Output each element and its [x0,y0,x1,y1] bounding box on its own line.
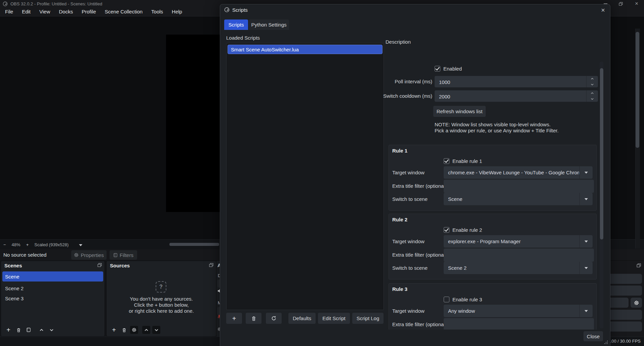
controls-popout-icon[interactable] [637,263,641,267]
refresh-windows-list-button[interactable]: Refresh windows list [433,106,486,117]
switch-cooldown-spinner[interactable] [586,90,598,102]
enable-rule-1-row[interactable]: Enable rule 1 [444,158,482,164]
remove-source-button[interactable] [120,326,128,334]
poll-interval-input[interactable] [435,76,590,88]
properties-button[interactable]: Properties [71,250,107,260]
rule-1-target-window-select[interactable]: chrome.exe - VibeWave Lounge - YouTube -… [444,166,593,179]
enabled-checkbox[interactable] [435,66,440,72]
enable-rule-3-label: Enable rule 3 [452,297,482,302]
close-dialog-icon[interactable]: × [599,6,607,14]
loaded-scripts-list: Smart Scene AutoSwitcher.lua [226,43,384,310]
scene-item[interactable]: Scene [2,271,103,282]
rule-1-title-filter-input[interactable] [444,180,594,193]
enable-rule-3-row[interactable]: Enable rule 3 [444,297,482,302]
controls-button[interactable] [610,310,642,320]
controls-button[interactable] [610,298,629,308]
controls-button[interactable] [610,321,642,332]
defaults-button[interactable]: Defaults [288,313,316,324]
enable-rule-2-checkbox[interactable] [444,227,449,233]
empty-sources-line: or right click here to add one. [107,308,216,314]
rule-2-title: Rule 2 [392,217,407,222]
add-script-button[interactable]: + [226,313,242,324]
dropdown-arrow-icon [579,166,593,179]
scenes-panel: Scenes Scene Scene 2 Scene 3 + [1,261,105,337]
reload-scripts-button[interactable] [266,313,282,324]
scene-item[interactable]: Scene 2 [2,284,103,293]
remove-script-button[interactable] [246,313,261,324]
scenes-popout-icon[interactable] [97,263,102,267]
menu-tools[interactable]: Tools [147,7,167,16]
obs-logo-icon [224,7,230,12]
script-list-item[interactable]: Smart Scene AutoSwitcher.lua [228,45,383,54]
script-log-button[interactable]: Script Log [352,313,384,324]
add-source-button[interactable]: + [110,326,118,334]
enabled-checkbox-row[interactable]: Enabled [435,66,462,72]
enable-rule-2-row[interactable]: Enable rule 2 [444,227,482,233]
switch-cooldown-label: Switch cooldown (ms) [381,93,432,99]
source-up-button[interactable] [142,326,150,334]
spin-down-icon[interactable] [587,96,598,102]
target-window-label: Target window [392,239,425,244]
virtual-camera-settings-button[interactable] [631,298,642,308]
source-properties-button[interactable] [130,326,138,334]
rule-3-target-window-select[interactable]: Any window [444,305,593,317]
zoom-in-button[interactable]: + [26,242,29,247]
enable-rule-3-checkbox[interactable] [444,297,449,302]
scene-item[interactable]: Scene 3 [2,294,103,303]
target-window-label: Target window [392,170,425,175]
menu-file[interactable]: File [1,7,17,16]
controls-button[interactable] [610,274,642,284]
scene-down-button[interactable] [47,326,55,334]
add-scene-button[interactable]: + [4,326,12,334]
tab-python-settings[interactable]: Python Settings [249,19,289,30]
menu-profile[interactable]: Profile [77,7,100,16]
rule-1-panel: Rule 1 Enable rule 1 Target window chrom… [389,145,597,211]
scene-filters-button[interactable] [25,326,33,334]
controls-button[interactable] [610,286,642,296]
dropdown-arrow-icon [579,235,593,248]
spin-down-icon[interactable] [587,82,598,87]
rule-2-scene-select[interactable]: Scene 2 [444,262,593,274]
sources-popout-icon[interactable] [209,263,213,267]
poll-interval-field[interactable] [435,76,598,87]
remove-scene-button[interactable] [14,326,23,334]
scaled-dropdown-arrow[interactable] [79,242,82,247]
edit-script-button[interactable]: Edit Script [318,313,350,324]
menu-edit[interactable]: Edit [17,7,35,16]
restore-button[interactable] [616,0,626,7]
zoom-out-button[interactable]: − [3,242,6,247]
dialog-resize-grip[interactable] [604,340,608,344]
rule-2-target-window-select[interactable]: explorer.exe - Program Manager [444,235,593,248]
empty-sources-line: Click the + button below, [107,302,216,308]
scene-up-button[interactable] [37,326,45,334]
enable-rule-1-checkbox[interactable] [444,158,449,164]
rule-1-scene-select[interactable]: Scene [444,193,593,205]
preview-horizontal-scrollbar[interactable] [169,243,219,246]
fps-status: 0.00 / 30.00 FPS [608,339,641,344]
zoom-level: 48% [12,242,21,247]
loaded-scripts-label: Loaded Scripts [226,35,260,41]
obs-logo-icon [3,1,8,6]
menu-scene-collection[interactable]: Scene Collection [100,7,147,16]
tab-scripts[interactable]: Scripts [224,19,248,30]
sources-panel-header: Sources [107,261,216,270]
right-dock-scrollbar-thumb[interactable] [636,32,639,148]
selected-value: Scene [444,193,579,205]
menu-help[interactable]: Help [167,7,187,16]
spin-up-icon[interactable] [587,90,598,96]
close-dialog-button[interactable]: Close [583,331,603,341]
scripts-dialog-titlebar: Scripts [220,4,610,15]
form-scrollbar-thumb[interactable] [600,68,603,240]
close-window-button[interactable]: × [632,0,642,7]
filters-button[interactable]: Filters [110,250,137,260]
rule-2-title-filter-input[interactable] [444,249,594,262]
rule-3-title-filter-input[interactable] [444,318,594,330]
poll-interval-spinner[interactable] [586,76,598,87]
menu-docks[interactable]: Docks [54,7,77,16]
spin-up-icon[interactable] [587,76,598,82]
menu-view[interactable]: View [35,7,54,16]
switch-cooldown-input[interactable] [435,90,590,102]
controls-dock-partial [610,260,644,337]
source-down-button[interactable] [152,326,160,334]
switch-cooldown-field[interactable] [435,90,598,102]
